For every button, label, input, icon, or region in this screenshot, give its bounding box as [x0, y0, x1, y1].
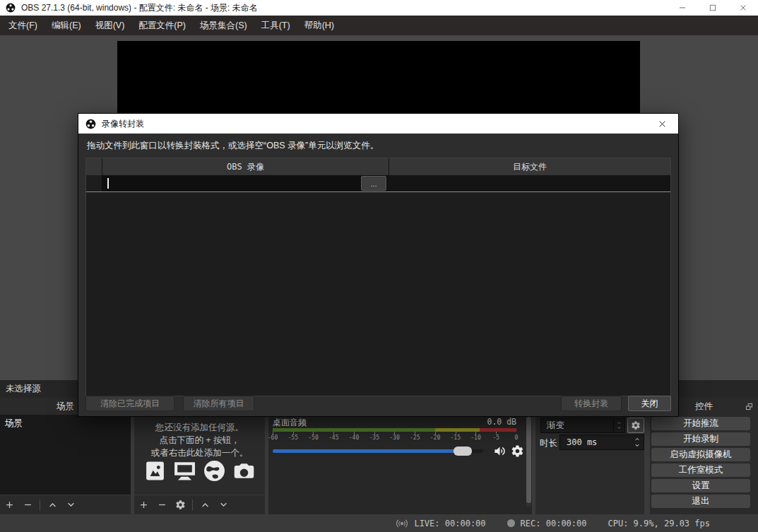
record-dot-icon — [507, 519, 515, 527]
exit-button[interactable]: 退出 — [651, 495, 750, 508]
close-button[interactable] — [728, 0, 758, 16]
minimize-icon — [678, 4, 687, 12]
close-icon — [658, 119, 667, 129]
minus-icon — [157, 500, 167, 510]
menu-view[interactable]: 视图(V) — [88, 16, 132, 35]
menu-help[interactable]: 帮助(H) — [297, 16, 341, 35]
minimize-button[interactable] — [667, 0, 697, 16]
browse-button[interactable]: ... — [361, 176, 386, 191]
sources-empty-line3: 或者右击此处添加一个。 — [134, 447, 265, 459]
mixer-buttons — [493, 444, 524, 458]
remux-table-header: OBS 录像 目标文件 — [86, 158, 670, 175]
clear-finished-button[interactable]: 清除已完成项目 — [85, 396, 174, 411]
obs-logo-icon — [6, 3, 16, 13]
sources-empty-line1: 您还没有添加任何源。 — [134, 421, 265, 434]
tick-label: -55 — [288, 435, 298, 441]
cpu-fps-stats: CPU: 9.9%, 29.03 fps — [608, 519, 711, 528]
window-title: OBS 27.1.3 (64-bit, windows) - 配置文件: 未命名… — [21, 2, 258, 14]
rec-time: REC: 00:00:00 — [521, 519, 587, 528]
tick-label: -50 — [308, 435, 318, 441]
settings-button[interactable]: 设置 — [651, 479, 750, 492]
speaker-icon[interactable] — [493, 444, 507, 458]
chevron-down-icon — [218, 500, 229, 510]
scenes-toolbar — [0, 495, 131, 514]
remux-table: OBS 录像 目标文件 ... — [85, 158, 671, 396]
move-scene-up-button[interactable] — [43, 497, 61, 514]
tick-label: -10 — [470, 435, 480, 441]
remux-recording-input[interactable]: ... — [102, 175, 388, 191]
gear-icon — [631, 420, 641, 430]
move-source-down-button[interactable] — [214, 497, 232, 514]
dialog-close-button[interactable]: 关闭 — [628, 396, 671, 411]
display-capture-icon — [172, 459, 198, 483]
browser-source-icon — [201, 459, 227, 483]
menu-scene-collection[interactable]: 场景集合(S) — [193, 16, 254, 35]
menu-tools[interactable]: 工具(T) — [254, 16, 297, 35]
menu-edit[interactable]: 编辑(E) — [45, 16, 88, 35]
start-virtual-camera-button[interactable]: 启动虚拟摄像机 — [651, 448, 750, 461]
volume-slider[interactable] — [273, 449, 483, 453]
spin-down-button[interactable] — [633, 442, 641, 449]
text-cursor — [107, 178, 109, 189]
mixer-channel-name: 桌面音频 — [273, 417, 307, 427]
menu-profile[interactable]: 配置文件(P) — [131, 16, 193, 35]
duration-spinbox[interactable]: 300 ms — [559, 435, 644, 450]
transition-properties-button[interactable] — [627, 418, 644, 433]
mixer-scrollbar[interactable] — [526, 417, 531, 507]
remux-close-button[interactable] — [651, 114, 673, 134]
add-source-button[interactable] — [134, 497, 153, 514]
menu-file[interactable]: 文件(F) — [1, 16, 45, 35]
chevron-down-icon — [616, 425, 622, 430]
tick-label: -15 — [451, 435, 461, 441]
volume-slider-handle[interactable] — [454, 447, 472, 456]
source-type-icons — [134, 459, 265, 483]
remux-row-status-cell — [86, 175, 102, 191]
scene-list-item[interactable]: 场景 — [0, 415, 131, 432]
volume-slider-row — [273, 442, 528, 459]
sources-empty-line2: 点击下面的 + 按钮， — [134, 434, 265, 447]
clear-all-button[interactable]: 清除所有项目 — [183, 396, 254, 411]
move-source-up-button[interactable] — [196, 497, 214, 514]
duration-value: 300 ms — [567, 437, 631, 447]
remux-button[interactable]: 转换封装 — [561, 396, 622, 411]
remux-table-row: ... — [86, 175, 670, 192]
plus-icon — [138, 500, 149, 510]
scene-list: 场景 — [0, 415, 131, 495]
toolbar-separator — [40, 500, 40, 511]
mixer-scrollbar-thumb[interactable] — [526, 417, 531, 503]
start-streaming-button[interactable]: 开始推流 — [651, 417, 750, 430]
remux-col-target-file: 目标文件 — [389, 158, 670, 175]
maximize-icon — [709, 4, 717, 12]
live-time: LIVE: 00:00:00 — [414, 519, 485, 528]
toolbar-separator — [192, 500, 193, 511]
title-bar: OBS 27.1.3 (64-bit, windows) - 配置文件: 未命名… — [0, 0, 758, 16]
gear-icon — [175, 500, 186, 510]
transition-select[interactable]: 渐变 — [540, 418, 625, 433]
mixer-level-value: 0.0 dB — [487, 417, 516, 427]
duration-spin-arrows — [631, 435, 644, 449]
maximize-button[interactable] — [697, 0, 728, 16]
mixer-channel-row: 桌面音频 0.0 dB — [273, 417, 516, 427]
minus-icon — [23, 500, 33, 510]
remove-source-button[interactable] — [153, 497, 171, 514]
add-scene-button[interactable] — [0, 497, 18, 514]
remux-dialog: 录像转封装 拖动文件到此窗口以转换封装格式，或选择空“OBS 录像”单元以浏览文… — [78, 113, 679, 417]
camera-source-icon — [231, 459, 257, 483]
remove-scene-button[interactable] — [18, 497, 37, 514]
remux-target-cell[interactable] — [388, 175, 670, 191]
source-properties-button[interactable] — [171, 497, 189, 514]
sources-empty-hint: 您还没有添加任何源。 点击下面的 + 按钮， 或者右击此处添加一个。 — [134, 421, 265, 459]
status-bar: LIVE: 00:00:00 REC: 00:00:00 CPU: 9.9%, … — [0, 514, 758, 532]
image-source-icon — [142, 459, 168, 483]
start-recording-button[interactable]: 开始录制 — [651, 432, 750, 446]
studio-mode-button[interactable]: 工作室模式 — [651, 463, 750, 477]
tick-label: 0 — [515, 435, 519, 441]
tick-label: -45 — [328, 435, 338, 441]
tick-label: -20 — [430, 435, 440, 441]
gear-icon[interactable] — [511, 444, 524, 458]
remux-col-obs-recording: OBS 录像 — [102, 158, 389, 175]
broadcast-icon — [396, 517, 408, 530]
move-scene-down-button[interactable] — [61, 497, 80, 514]
spin-up-button[interactable] — [633, 436, 641, 442]
float-dock-icon[interactable] — [745, 403, 753, 410]
